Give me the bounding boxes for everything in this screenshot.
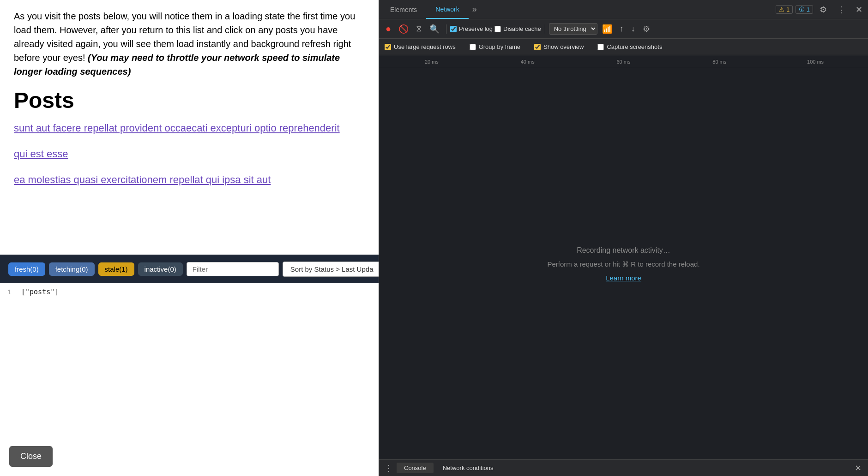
show-overview-label[interactable]: Show overview — [534, 43, 584, 50]
preserve-log-checkbox[interactable] — [450, 26, 457, 32]
learn-more-link[interactable]: Learn more — [606, 274, 641, 282]
show-overview-checkbox[interactable] — [534, 44, 541, 50]
timeline-100ms: 100 ms — [767, 59, 863, 65]
post-link-3[interactable]: ea molestias quasi exercitationem repell… — [14, 174, 365, 186]
timeline-60ms: 60 ms — [576, 59, 672, 65]
use-large-rows-label[interactable]: Use large request rows — [385, 43, 456, 50]
query-row[interactable]: 1 ["posts"] — [0, 283, 379, 301]
tab-network[interactable]: Network — [426, 0, 468, 19]
disable-cache-label[interactable]: Disable cache — [494, 25, 541, 32]
capture-screenshots-text: Capture screenshots — [607, 43, 662, 50]
tanstack-toolbar: fresh(0) fetching(0) stale(1) inactive(0… — [0, 255, 379, 283]
badges: ⚠ 1 🛈 1 ⚙ ⋮ ✕ — [776, 5, 866, 15]
timeline-bar: 20 ms 40 ms 60 ms 80 ms 100 ms — [379, 55, 868, 68]
search-icon-button[interactable]: 🔍 — [427, 22, 442, 36]
record-button[interactable]: ● — [383, 22, 394, 36]
timeline-40ms: 40 ms — [480, 59, 576, 65]
divider-2 — [545, 24, 545, 34]
tag-fetching-button[interactable]: fetching(0) — [49, 262, 95, 276]
upload-icon-button[interactable]: ↑ — [617, 22, 627, 36]
close-button[interactable]: Close — [9, 446, 53, 467]
warning-badge[interactable]: ⚠ 1 — [776, 5, 793, 14]
network-toolbar: ● 🚫 ⧖ 🔍 Preserve log Disable cache No th… — [379, 19, 868, 39]
divider-1 — [446, 24, 446, 34]
post-link-1[interactable]: sunt aut facere repellat provident occae… — [14, 122, 365, 134]
disable-cache-text: Disable cache — [503, 25, 541, 32]
devtools-header: Elements Network » ⚠ 1 🛈 1 ⚙ ⋮ ✕ — [379, 0, 868, 19]
bottom-close-icon[interactable]: ✕ — [852, 463, 864, 473]
preserve-log-label[interactable]: Preserve log — [450, 25, 493, 32]
timeline-80ms: 80 ms — [671, 59, 767, 65]
tab-elements[interactable]: Elements — [381, 0, 426, 19]
group-by-frame-label[interactable]: Group by frame — [470, 43, 520, 50]
tab-console[interactable]: Console — [397, 463, 434, 473]
group-by-frame-checkbox[interactable] — [470, 44, 476, 50]
devtools-bottom-bar: ⋮ Console Network conditions ✕ — [379, 459, 868, 476]
post-link-2[interactable]: qui est esse — [14, 148, 365, 160]
perform-text: Perform a request or hit ⌘ R to record t… — [547, 260, 699, 268]
throttle-select[interactable]: No throttling — [549, 23, 597, 35]
query-key: ["posts"] — [21, 288, 59, 296]
disable-cache-checkbox[interactable] — [494, 26, 501, 32]
recording-subtext: Perform a request or hit ⌘ R to record t… — [547, 260, 699, 268]
show-overview-text: Show overview — [543, 43, 584, 50]
intro-paragraph: As you visit the posts below, you will n… — [14, 9, 365, 78]
filter-icon-button[interactable]: ⧖ — [413, 22, 425, 36]
clear-button[interactable]: 🚫 — [396, 22, 411, 36]
timeline-20ms: 20 ms — [384, 59, 480, 65]
sort-select[interactable]: Sort by Status > Last Upda — [283, 262, 379, 277]
download-icon-button[interactable]: ↓ — [628, 22, 638, 36]
devtools-panel: Elements Network » ⚠ 1 🛈 1 ⚙ ⋮ ✕ ● 🚫 ⧖ 🔍… — [379, 0, 868, 476]
tag-inactive-button[interactable]: inactive(0) — [138, 262, 183, 276]
bottom-dots-icon[interactable]: ⋮ — [383, 463, 395, 473]
network-main-area: Recording network activity… Perform a re… — [379, 68, 868, 459]
filter-input[interactable] — [187, 262, 279, 276]
more-tabs-icon[interactable]: » — [469, 5, 481, 14]
tag-fresh-button[interactable]: fresh(0) — [8, 262, 45, 276]
settings-icon-button[interactable]: ⚙ — [640, 22, 653, 36]
use-large-rows-text: Use large request rows — [394, 43, 456, 50]
capture-screenshots-checkbox[interactable] — [597, 44, 604, 50]
posts-links-container: sunt aut facere repellat provident occae… — [14, 122, 365, 186]
recording-text: Recording network activity… — [577, 246, 670, 255]
network-options: Use large request rows Group by frame Sh… — [379, 39, 868, 55]
preserve-log-text: Preserve log — [459, 25, 493, 32]
posts-heading: Posts — [14, 88, 365, 113]
wifi-icon-button[interactable]: 📶 — [599, 22, 615, 36]
devtools-close-icon[interactable]: ✕ — [852, 5, 866, 15]
tag-stale-button[interactable]: stale(1) — [98, 262, 134, 276]
tanstack-content: 1 ["posts"] — [0, 283, 379, 476]
info-badge[interactable]: 🛈 1 — [796, 5, 813, 14]
use-large-rows-checkbox[interactable] — [385, 44, 391, 50]
tab-network-conditions[interactable]: Network conditions — [435, 463, 501, 473]
more-options-icon[interactable]: ⋮ — [833, 5, 849, 15]
group-by-frame-text: Group by frame — [479, 43, 520, 50]
settings-icon[interactable]: ⚙ — [816, 5, 831, 15]
capture-screenshots-label[interactable]: Capture screenshots — [597, 43, 662, 50]
row-number: 1 — [7, 288, 17, 296]
timeline-labels: 20 ms 40 ms 60 ms 80 ms 100 ms — [379, 59, 868, 65]
